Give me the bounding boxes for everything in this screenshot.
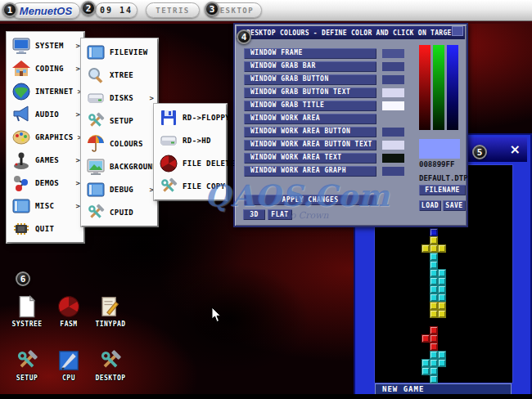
menu-item-label: QUIT	[35, 225, 80, 233]
colour-swatch	[382, 141, 404, 150]
tetris-block-cell	[430, 302, 438, 310]
molecule-icon	[11, 173, 31, 193]
chevron-right-icon: >	[76, 42, 80, 50]
menu-item-disks[interactable]: DISKS>	[82, 87, 157, 110]
menu-item-graphics[interactable]: GRAPHICS>	[7, 126, 83, 149]
red-gradient-bar[interactable]	[419, 45, 431, 130]
menu-item-audio[interactable]: AUDIO>	[7, 103, 83, 126]
green-gradient-bar[interactable]	[433, 45, 444, 130]
app-window-icon	[86, 180, 106, 200]
desktop-colours-window: DESKTOP COLOURS - DEFINE COLOR AND CLICK…	[233, 23, 468, 227]
drive-icon	[159, 131, 178, 150]
menu-item-label: INTERNET	[35, 87, 74, 96]
tetris-block-cell	[430, 326, 438, 334]
taskbar-clock: 09 14	[95, 2, 138, 18]
taskbar-window-tetris[interactable]: TETRIS	[146, 2, 200, 18]
clock-value: 09 14	[100, 6, 133, 15]
tetris-block-cell	[438, 351, 446, 359]
target-button-window-work-area-text[interactable]: WINDOW WORK AREA TEXT	[244, 153, 376, 164]
menu-item-background[interactable]: BACKGROUND	[82, 155, 157, 178]
tetris-block-cell	[430, 294, 438, 302]
taskbar: MenuetOS 09 14 TETRIS DESKTOP	[0, 0, 532, 21]
menu-item-demos[interactable]: DEMOS>	[7, 172, 83, 195]
menu-item-file-copy[interactable]: FILE COPY	[155, 175, 226, 198]
radiation-icon	[159, 154, 178, 173]
notepad-icon	[98, 294, 123, 319]
menu-item-debug[interactable]: DEBUG>	[82, 178, 157, 201]
menu-item-label: RD->HD	[183, 137, 223, 145]
target-button-window-work-area-graph[interactable]: WINDOW WORK AREA GRAPH	[244, 166, 376, 177]
menu-item-system[interactable]: SYSTEM>	[7, 34, 83, 57]
colours-window-system-button[interactable]	[452, 26, 463, 36]
menu-item-label: XTREE	[110, 71, 154, 79]
mode-flat-button[interactable]: FLAT	[268, 209, 292, 220]
tetris-block-cell	[422, 359, 430, 367]
desktop-icon-label: TINYPAD	[95, 321, 125, 328]
menu-item-colours[interactable]: COLOURS	[82, 132, 157, 155]
menu-item-label: CPUID	[110, 208, 154, 217]
target-button-window-grab-button[interactable]: WINDOW GRAB BUTTON	[244, 74, 376, 85]
tetris-block-cell	[422, 244, 430, 253]
selected-color-hex: 008899FF	[419, 160, 454, 168]
colour-swatch	[382, 49, 404, 58]
target-button-window-frame[interactable]: WINDOW FRAME	[244, 48, 376, 59]
chevron-right-icon: >	[76, 110, 80, 119]
tetris-block-cell	[422, 367, 430, 375]
tetris-block-cell	[438, 302, 446, 310]
menu-item-label: FILE DELETE	[183, 159, 235, 168]
tetris-block-cell	[430, 228, 438, 236]
selected-color-preview	[419, 139, 460, 159]
menu-item-rd-floppy[interactable]: RD->FLOPPY	[155, 106, 226, 129]
document-icon	[15, 294, 39, 319]
menu-item-misc[interactable]: MISC>	[7, 195, 83, 217]
apply-changes-button[interactable]: APPLY CHANGES	[244, 195, 376, 205]
desktop-icon-desktop[interactable]: DESKTOP	[87, 348, 134, 382]
callout-4-badge: 4	[237, 29, 251, 44]
menu-item-internet[interactable]: INTERNET>	[7, 80, 83, 103]
drive-icon	[86, 88, 106, 108]
tetris-block-cell	[430, 236, 438, 244]
menu-item-rd-hd[interactable]: RD->HD	[155, 129, 226, 152]
menu-item-games[interactable]: GAMES>	[7, 149, 83, 172]
colours-window-titlebar[interactable]: DESKTOP COLOURS - DEFINE COLOR AND CLICK…	[237, 26, 465, 39]
mode-3d-button[interactable]: 3D	[243, 209, 265, 220]
tools-icon	[159, 177, 178, 196]
desktop-icon-fasm[interactable]: FASM	[45, 294, 92, 328]
menu-item-xtree[interactable]: XTREE	[82, 64, 157, 87]
menu-item-label: SYSTEM	[35, 42, 72, 50]
palette-icon	[11, 128, 31, 147]
tetris-block-cell	[438, 269, 446, 277]
menu-item-file-delete[interactable]: FILE DELETE	[155, 152, 226, 175]
load-button[interactable]: LOAD	[419, 200, 441, 211]
cpu-pen-icon	[56, 348, 81, 373]
callout-3-badge: 3	[205, 2, 219, 16]
target-button-window-grab-bar[interactable]: WINDOW GRAB BAR	[244, 61, 376, 72]
close-icon[interactable]: ×	[510, 138, 521, 161]
menu-item-fileview[interactable]: FILEVIEW	[82, 41, 157, 64]
desktop-icon-tinypad[interactable]: TINYPAD	[87, 294, 134, 328]
target-button-window-work-area-button[interactable]: WINDOW WORK AREA BUTTON	[244, 127, 376, 137]
callout-2-badge: 2	[81, 1, 96, 16]
target-button-window-work-area-button-text[interactable]: WINDOW WORK AREA BUTTON TEXT	[244, 140, 376, 150]
desktop-icon-setup[interactable]: SETUP	[3, 348, 51, 382]
target-button-window-work-area[interactable]: WINDOW WORK AREA	[244, 114, 376, 124]
menu-item-setup[interactable]: SETUP	[82, 110, 157, 132]
menu-item-coding[interactable]: CODING>	[7, 57, 83, 80]
menu-item-label: GRAPHICS	[35, 133, 74, 141]
os-menu-button[interactable]: MenuetOS	[11, 2, 80, 19]
menu-item-label: GAMES	[35, 156, 72, 164]
chevron-right-icon: >	[76, 179, 80, 187]
save-button[interactable]: SAVE	[443, 200, 466, 211]
filename-button[interactable]: FILENAME	[419, 185, 466, 195]
disks-submenu-panel: RD->FLOPPYRD->HDFILE DELETEFILE COPY	[154, 104, 227, 200]
menu-item-label: SETUP	[110, 117, 154, 125]
monitor-icon	[11, 36, 31, 56]
menu-item-cpuid[interactable]: CPUID	[82, 201, 157, 224]
blue-gradient-bar[interactable]	[447, 45, 458, 130]
target-button-window-grab-button-text[interactable]: WINDOW GRAB BUTTON TEXT	[244, 87, 376, 98]
target-button-window-grab-title[interactable]: WINDOW GRAB TITLE	[244, 101, 376, 111]
menu-item-quit[interactable]: QUIT	[7, 217, 83, 240]
callout-1-badge: 1	[2, 2, 17, 17]
desktop-icon-systree[interactable]: SYSTREE	[3, 294, 51, 328]
desktop-icon-cpu[interactable]: CPU	[45, 348, 92, 382]
